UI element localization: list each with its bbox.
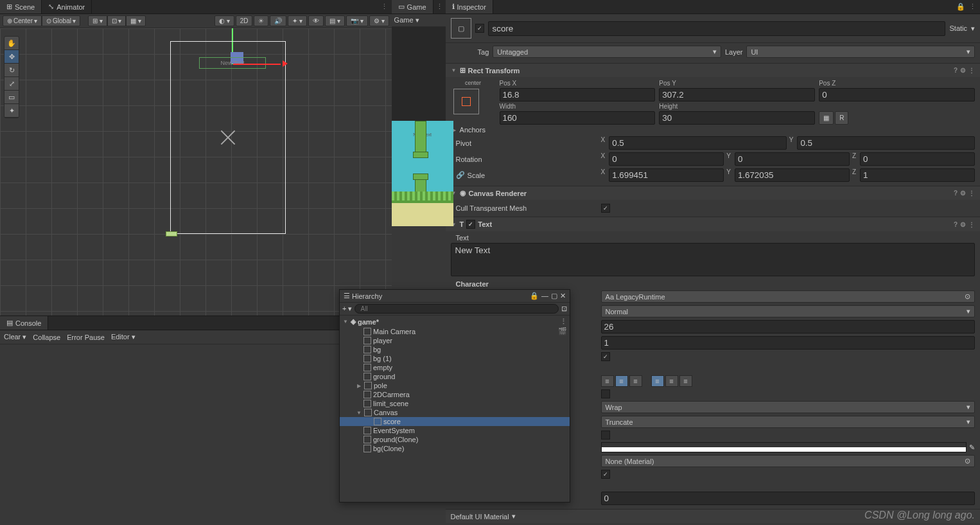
scene-viewport[interactable]: ✋ ✥ ↻ ⤢ ▭ ✦ New Text [0,28,392,316]
help-icon[interactable]: ? [954,190,958,197]
editor-dropdown[interactable]: Editor ▾ [111,333,136,341]
align-top-button[interactable]: ≡ [651,375,664,387]
align-right-button[interactable]: ≡ [629,375,642,387]
align-geometry-checkbox[interactable] [601,389,610,398]
text-object[interactable]: New Text [199,57,266,69]
light-icon[interactable]: ☀ [254,15,268,26]
hierarchy-item-bg-clone[interactable]: bg(Clone) [340,444,570,453]
tab-menu-icon[interactable]: ⋮ [377,3,392,11]
hierarchy-item-eventsystem[interactable]: EventSystem [340,426,570,435]
move-tool-icon[interactable]: ✥ [4,50,19,64]
game-aspect-dropdown[interactable]: Game ▾ [394,16,419,24]
create-dropdown[interactable]: + ▾ [342,305,352,313]
error-pause-button[interactable]: Error Pause [67,334,105,341]
inspector-menu-icon[interactable]: ⋮ [969,3,976,11]
ground-object[interactable] [166,231,177,236]
console-tab[interactable]: ▤ Console [0,316,48,330]
camera-icon[interactable]: 📷 ▾ [346,15,368,26]
grid-snap-icon[interactable]: ⊞ ▾ [88,15,107,26]
scene-tab[interactable]: ⊞Scene [0,0,42,13]
transform-tool-icon[interactable]: ✦ [4,104,19,118]
scale-z-input[interactable] [860,168,975,182]
hierarchy-item-limit-scene[interactable]: limit_scene [340,399,570,408]
scale-y-input[interactable] [735,168,850,182]
active-checkbox[interactable]: ✓ [475,24,484,33]
color-picker[interactable] [601,442,967,452]
hierarchy-item-score[interactable]: score [340,417,570,426]
pos-y-input[interactable] [659,88,815,102]
align-center-button[interactable]: ≡ [615,375,628,387]
fx-icon[interactable]: ✦ ▾ [288,15,307,26]
eyedropper-icon[interactable]: ✎ [969,443,975,452]
rotate-tool-icon[interactable]: ↻ [4,64,19,77]
blueprint-icon[interactable]: ▦ [819,111,834,125]
text-textarea[interactable] [451,243,975,276]
static-dropdown[interactable]: ▾ [971,24,975,33]
layers-icon[interactable]: ▤ ▾ [325,15,345,26]
menu-icon[interactable]: ⋮ [968,67,975,74]
scene-root[interactable]: ▼◈ game*⋮ [340,317,570,326]
material-picker[interactable]: None (Material)⊙ [601,455,975,467]
2d-toggle[interactable]: 2D [236,15,253,26]
lock-icon[interactable]: 🔒 [956,3,965,11]
hierarchy-item-bg[interactable]: bg [340,345,570,354]
hierarchy-item-bg1[interactable]: bg (1) [340,354,570,363]
hierarchy-item-canvas[interactable]: ▼ Canvas [340,408,570,417]
hierarchy-item-main-camera[interactable]: Main Camera🎬 [340,326,570,336]
font-picker[interactable]: Aa LegacyRuntime⊙ [601,290,975,303]
gizmos-icon[interactable]: ⚙ ▾ [369,15,389,26]
hierarchy-item-empty[interactable]: empty [340,363,570,372]
shading-dropdown[interactable]: ◐ ▾ [214,15,234,26]
align-bottom-button[interactable]: ≡ [679,375,692,387]
hierarchy-item-ground[interactable]: ground [340,372,570,381]
align-left-button[interactable]: ≡ [601,375,614,387]
rot-z-input[interactable] [860,152,975,166]
increment-snap-icon[interactable]: ▦ ▾ [126,15,146,26]
cull-checkbox[interactable]: ✓ [601,204,610,213]
minimize-icon[interactable]: — [541,292,548,300]
rect-transform-header[interactable]: ▼⊞ Rect Transform ?⚙⋮ [446,64,980,77]
raw-icon[interactable]: R [835,111,848,125]
text-header[interactable]: ▼T ✓ Text ?⚙⋮ [446,217,980,231]
preset-icon[interactable]: ⚙ [960,67,966,74]
hand-tool-icon[interactable]: ✋ [4,37,19,50]
scale-tool-icon[interactable]: ⤢ [4,77,19,91]
hierarchy-search-input[interactable] [354,304,559,314]
menu-icon[interactable]: ⋮ [968,190,975,197]
best-fit-checkbox[interactable] [601,431,610,440]
hierarchy-item-2dcamera[interactable]: 2DCarmera [340,390,570,399]
game-tab[interactable]: ▭ Game [392,0,433,13]
text-enabled-checkbox[interactable]: ✓ [466,220,475,229]
preset-icon[interactable]: ⚙ [960,190,966,197]
tag-dropdown[interactable]: Untagged▾ [493,46,721,58]
pivot-dropdown[interactable]: ⊕ Center ▾ [3,15,42,26]
inspector-tab[interactable]: ℹ Inspector [446,0,493,13]
rot-y-input[interactable] [735,152,850,166]
search-option-icon[interactable]: ⊡ [561,305,567,313]
h-overflow-dropdown[interactable]: Wrap▾ [601,401,975,413]
height-input[interactable] [659,111,815,125]
pivot-x-input[interactable] [609,136,787,150]
lock-icon[interactable]: 🔒 [530,292,539,300]
audio-icon[interactable]: 🔊 [270,15,286,26]
width-input[interactable] [500,111,656,125]
padding-left-input[interactable] [601,492,975,505]
help-icon[interactable]: ? [954,221,958,228]
maximize-icon[interactable]: ▢ [551,292,557,300]
v-overflow-dropdown[interactable]: Truncate▾ [601,416,975,428]
font-size-input[interactable] [601,320,975,334]
rot-x-input[interactable] [609,152,724,166]
hierarchy-item-ground-clone[interactable]: ground(Clone) [340,435,570,444]
layer-dropdown[interactable]: UI▾ [746,46,975,58]
space-dropdown[interactable]: ⊙ Global ▾ [42,15,80,26]
preset-icon[interactable]: ⚙ [960,221,966,228]
close-icon[interactable]: ✕ [560,292,566,300]
scale-x-input[interactable] [609,168,724,182]
help-icon[interactable]: ? [954,67,958,74]
clear-button[interactable]: Clear ▾ [4,333,26,341]
menu-icon[interactable]: ⋮ [968,221,975,228]
collapse-button[interactable]: Collapse [33,334,60,341]
scale-link-icon[interactable]: 🔗 [456,171,465,179]
animator-tab[interactable]: ⤡Animator [42,0,92,13]
game-tab-menu-icon[interactable]: ⋮ [433,3,446,11]
